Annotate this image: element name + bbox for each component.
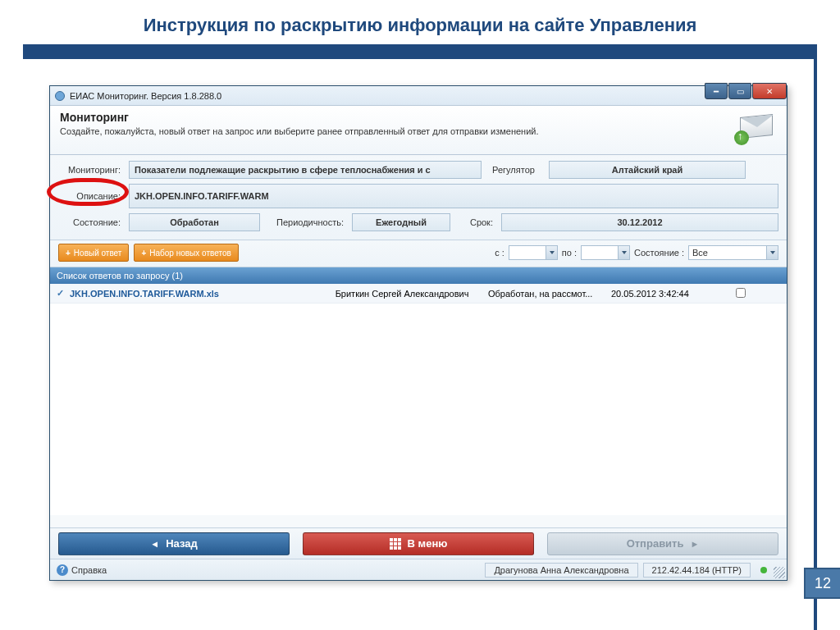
new-answers-set-button[interactable]: +Набор новых ответов bbox=[134, 244, 238, 262]
new-answer-button[interactable]: +Новый ответ bbox=[58, 244, 129, 262]
chevron-down-icon bbox=[618, 246, 629, 259]
menu-label: В меню bbox=[408, 537, 448, 550]
table-row[interactable]: ✓ JKH.OPEN.INFO.TARIFF.WARM.xls Бриткин … bbox=[50, 284, 787, 304]
send-label: Отправить bbox=[627, 537, 684, 550]
cell-state: Обработан, на рассмот... bbox=[488, 289, 611, 299]
help-link[interactable]: ?Справка bbox=[50, 564, 113, 576]
plus-icon: + bbox=[141, 249, 146, 258]
chevron-down-icon bbox=[546, 246, 557, 259]
maximize-button[interactable]: ▭ bbox=[728, 83, 751, 99]
window-title: ЕИАС Мониторинг. Версия 1.8.288.0 bbox=[70, 91, 221, 101]
arrow-left-icon bbox=[150, 537, 159, 550]
chevron-down-icon bbox=[766, 246, 778, 259]
field-monitoring[interactable]: Показатели подлежащие раскрытию в сфере … bbox=[129, 161, 482, 179]
state-filter-value: Все bbox=[692, 248, 708, 258]
label-monitoring: Мониторинг: bbox=[58, 165, 124, 175]
page-subtitle: Создайте, пожалуйста, новый ответ на зап… bbox=[60, 126, 539, 136]
field-regulator[interactable]: Алтайский край bbox=[549, 161, 746, 179]
plus-icon: + bbox=[66, 249, 71, 258]
field-term: 30.12.2012 bbox=[501, 213, 778, 231]
label-description: Описание: bbox=[58, 191, 124, 201]
label-state-filter: Состояние : bbox=[634, 248, 684, 258]
resize-grip[interactable] bbox=[774, 567, 785, 578]
app-icon bbox=[55, 91, 65, 101]
back-label: Назад bbox=[166, 537, 198, 550]
cell-user: Бриткин Сергей Александрович bbox=[316, 289, 488, 299]
status-user: Драгунова Анна Александровна bbox=[485, 563, 637, 578]
menu-button[interactable]: В меню bbox=[303, 532, 534, 555]
grid-icon bbox=[390, 538, 401, 550]
date-to-input[interactable] bbox=[581, 245, 630, 260]
close-button[interactable]: ✕ bbox=[752, 83, 787, 99]
date-from-input[interactable] bbox=[509, 245, 558, 260]
answers-list[interactable]: ✓ JKH.OPEN.INFO.TARIFF.WARM.xls Бриткин … bbox=[50, 284, 787, 515]
check-icon: ✓ bbox=[57, 288, 70, 299]
field-description[interactable]: JKH.OPEN.INFO.TARIFF.WARM bbox=[129, 184, 778, 208]
label-from: с : bbox=[495, 248, 504, 258]
help-icon: ? bbox=[57, 564, 68, 576]
page-header: Мониторинг Создайте, пожалуйста, новый о… bbox=[50, 106, 787, 155]
app-window: ЕИАС Мониторинг. Версия 1.8.288.0 ━ ▭ ✕ … bbox=[49, 85, 788, 581]
status-connection: 212.42.44.184 (HTTP) bbox=[643, 563, 751, 578]
field-periodicity: Ежегодный bbox=[352, 213, 450, 231]
bottom-bar: Назад В меню Отправить bbox=[50, 527, 787, 559]
page-title: Мониторинг bbox=[60, 111, 539, 124]
back-button[interactable]: Назад bbox=[58, 532, 290, 555]
list-header: Список ответов по запросу (1) bbox=[50, 267, 787, 284]
send-button: Отправить bbox=[547, 532, 778, 555]
arrow-right-icon bbox=[690, 537, 699, 550]
help-label: Справка bbox=[71, 565, 107, 575]
field-state: Обработан bbox=[129, 213, 260, 231]
label-regulator: Регулятор bbox=[486, 165, 544, 175]
label-to: по : bbox=[562, 248, 577, 258]
cell-date: 20.05.2012 3:42:44 bbox=[611, 289, 734, 299]
mail-send-icon bbox=[737, 111, 775, 144]
label-state: Состояние: bbox=[58, 217, 124, 227]
new-answers-set-label: Набор новых ответов bbox=[149, 249, 231, 258]
toolbar: +Новый ответ +Набор новых ответов с : по… bbox=[50, 240, 787, 267]
minimize-button[interactable]: ━ bbox=[705, 83, 728, 99]
right-rule bbox=[814, 48, 817, 630]
label-periodicity: Периодичность: bbox=[265, 217, 347, 227]
details-panel: Мониторинг: Показатели подлежащие раскры… bbox=[50, 155, 787, 240]
status-bar: ?Справка Драгунова Анна Александровна 21… bbox=[50, 559, 787, 580]
row-checkbox[interactable] bbox=[736, 288, 746, 298]
new-answer-label: Новый ответ bbox=[74, 249, 122, 258]
title-underline bbox=[23, 44, 817, 59]
page-number-badge: 12 bbox=[804, 568, 840, 599]
state-filter-select[interactable]: Все bbox=[688, 245, 778, 260]
connection-status-icon bbox=[760, 567, 767, 573]
slide-title: Инструкция по раскрытию информации на са… bbox=[0, 0, 840, 44]
titlebar[interactable]: ЕИАС Мониторинг. Версия 1.8.288.0 ━ ▭ ✕ bbox=[50, 86, 787, 106]
cell-filename: JKH.OPEN.INFO.TARIFF.WARM.xls bbox=[70, 289, 316, 299]
label-term: Срок: bbox=[455, 217, 496, 227]
